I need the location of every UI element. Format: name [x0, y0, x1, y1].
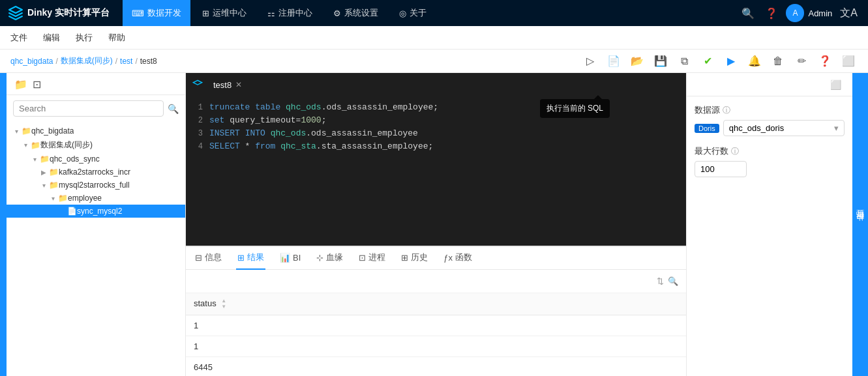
bell-button[interactable]: 🔔 [745, 52, 764, 70]
sort-asc-icon[interactable]: ⇅ [657, 276, 664, 286]
folder-icon-tree: 📁 [30, 141, 40, 150]
folder-icon-tree: 📁 [48, 181, 59, 190]
admin-area[interactable]: A Admin [786, 4, 832, 22]
code-line-1: 1 truncate table qhc_ods.ods_assassin_em… [186, 102, 686, 115]
tree-item-kafka[interactable]: ▶ 📁 kafka2starrocks_incr [7, 166, 185, 179]
right-panel-content: 数据源 ⓘ Doris qhc_ods_doris ▾ 最大行数 ⓘ [687, 96, 852, 376]
maxrows-input[interactable] [695, 161, 747, 177]
folder-icon[interactable]: 📁 [14, 78, 27, 94]
nav-item-ops-center[interactable]: ⊞ 运维中心 [193, 0, 256, 26]
tree-label: employee [68, 194, 102, 203]
toolbar-icons: ▷ 📄 📂 💾 ⧉ ✔ ▶ 执行当前的 SQL 🔔 🗑 ✏ ❓ ⬜ [581, 52, 858, 70]
copy-button[interactable]: ⧉ [675, 52, 693, 70]
nav-item-system-settings[interactable]: ⚙ 系统设置 [324, 0, 387, 26]
delete-button[interactable]: 🗑 [769, 52, 787, 70]
nav-label-ops-center: 运维中心 [213, 7, 247, 19]
new-file-button[interactable]: 📄 [605, 52, 623, 70]
dinky-logo-small [191, 78, 204, 91]
history-tab-icon[interactable]: ⊡ [33, 78, 41, 94]
tab-functions-label: 函数 [455, 252, 472, 263]
tree-arrow: ▾ [48, 195, 57, 202]
tree-arrow: ▾ [39, 182, 48, 189]
maxrows-label: 最大行数 ⓘ [695, 145, 845, 157]
cell-status-2: 1 [186, 336, 686, 357]
filter-icon[interactable]: 🔍 [668, 276, 678, 286]
tab-close-button[interactable]: ✕ [235, 81, 242, 89]
submit-button[interactable]: ▷ [581, 52, 599, 70]
check-button[interactable]: ✔ [698, 52, 717, 70]
breadcrumb-item-0[interactable]: qhc_bigdata [10, 57, 53, 66]
tab-functions[interactable]: ƒx 函数 [442, 246, 473, 270]
help-button[interactable]: ❓ [816, 52, 834, 70]
grid-icon: ⚏ [267, 8, 275, 18]
editor-tab-test8[interactable]: test8 ✕ [205, 78, 250, 93]
tree-arrow: ▾ [21, 141, 30, 149]
left-blue-strip[interactable] [0, 73, 7, 376]
bottom-section: ⊟ 信息 ⊞ 结果 📊 BI ⊹ 血缘 ⊡ 进程 [186, 246, 686, 376]
tab-process[interactable]: ⊡ 进程 [357, 246, 387, 270]
save-button[interactable]: 💾 [651, 52, 670, 70]
breadcrumb-item-2[interactable]: test [120, 57, 132, 66]
folder-icon-tree: 📁 [48, 167, 59, 177]
nav-label-about: 关于 [410, 7, 427, 19]
logo-icon [8, 5, 23, 21]
search-input[interactable] [13, 100, 164, 117]
collapse-right-button[interactable]: ⬜ [839, 52, 858, 70]
breadcrumb-bar: qhc_bigdata / 数据集成(同步) / test / test8 ▷ … [0, 50, 868, 73]
menu-file[interactable]: 文件 [10, 26, 27, 50]
lang-icon[interactable]: 文A [837, 4, 860, 23]
right-panel-header: ⬜ [687, 73, 852, 96]
help-icon-nav[interactable]: ❓ [762, 5, 781, 22]
tree-item-qhc-ods-sync[interactable]: ▾ 📁 qhc_ods_sync [7, 152, 185, 166]
menu-execute[interactable]: 执行 [76, 26, 93, 50]
info-circle-icon-nav: ◎ [399, 8, 406, 18]
tree-item-data-integration[interactable]: ▾ 📁 数据集成(同步) [7, 137, 185, 152]
tab-bi[interactable]: 📊 BI [278, 246, 302, 270]
tab-history-label: 历史 [411, 252, 428, 263]
open-file-button[interactable]: 📂 [628, 52, 646, 70]
maxrows-info-icon[interactable]: ⓘ [731, 146, 739, 157]
search-icon-nav[interactable]: 🔍 [739, 5, 757, 22]
tree-item-sync-mysql2[interactable]: 📄 sync_mysql2 [7, 205, 185, 218]
cell-status-3: 6445 [186, 357, 686, 376]
bottom-tabs: ⊟ 信息 ⊞ 结果 📊 BI ⊹ 血缘 ⊡ 进程 [186, 246, 686, 270]
history-icon: ⊞ [401, 253, 408, 263]
tree-item-qhc-bigdata[interactable]: ▾ 📁 qhc_bigdata [7, 124, 185, 137]
file-icon-tree: 📄 [67, 207, 77, 216]
info-tab-icon: ⊟ [195, 253, 202, 263]
search-icon[interactable]: 🔍 [168, 104, 179, 114]
tree-arrow: ▶ [39, 169, 48, 176]
breadcrumb-item-1[interactable]: 数据集成(同步) [61, 55, 113, 66]
tab-label-test8: test8 [213, 80, 232, 90]
datasource-info-icon[interactable]: ⓘ [723, 105, 730, 116]
sort-icons[interactable]: ▲ ▼ [221, 298, 226, 310]
collapse-right-icon[interactable]: ⬜ [826, 76, 845, 94]
func-icon: ƒx [443, 253, 453, 263]
folder-icon-tree: 📁 [57, 194, 68, 203]
tab-result[interactable]: ⊞ 结果 [236, 246, 265, 270]
tab-lineage[interactable]: ⊹ 血缘 [315, 246, 344, 270]
nav-item-data-dev[interactable]: ⌨ 数据开发 [123, 0, 190, 26]
tooltip-run: 执行当前的 SQL [540, 99, 610, 118]
tree-label: kafka2starrocks_incr [59, 167, 130, 177]
menu-edit[interactable]: 编辑 [43, 26, 60, 50]
chart-icon: 📊 [280, 253, 290, 263]
main-vertical: test8 ✕ 1 truncate table qhc_ods.ods_ass… [186, 73, 686, 376]
far-right-panel[interactable]: 执行配置 [852, 73, 868, 376]
run-button[interactable]: ▶ 执行当前的 SQL [722, 52, 740, 70]
maxrows-row [695, 161, 845, 177]
code-editor[interactable]: 1 truncate table qhc_ods.ods_assassin_em… [186, 96, 686, 246]
datasource-select[interactable]: qhc_ods_doris ▾ [723, 120, 845, 136]
nav-item-register-center[interactable]: ⚏ 注册中心 [258, 0, 322, 26]
tab-history[interactable]: ⊞ 历史 [400, 246, 429, 270]
chevron-down-icon: ▾ [834, 123, 839, 133]
format-button[interactable]: ✏ [792, 52, 811, 70]
tree-label: 数据集成(同步) [40, 139, 93, 151]
tree-item-mysql[interactable]: ▾ 📁 mysql2starrocks_full [7, 179, 185, 192]
nav-item-about[interactable]: ◎ 关于 [390, 0, 436, 26]
logo-text: Dinky 实时计算平台 [27, 7, 110, 19]
tree-item-employee[interactable]: ▾ 📁 employee [7, 192, 185, 205]
menu-help[interactable]: 帮助 [108, 26, 125, 50]
editor-section: test8 ✕ 1 truncate table qhc_ods.ods_ass… [186, 73, 686, 246]
tab-info[interactable]: ⊟ 信息 [194, 246, 223, 270]
